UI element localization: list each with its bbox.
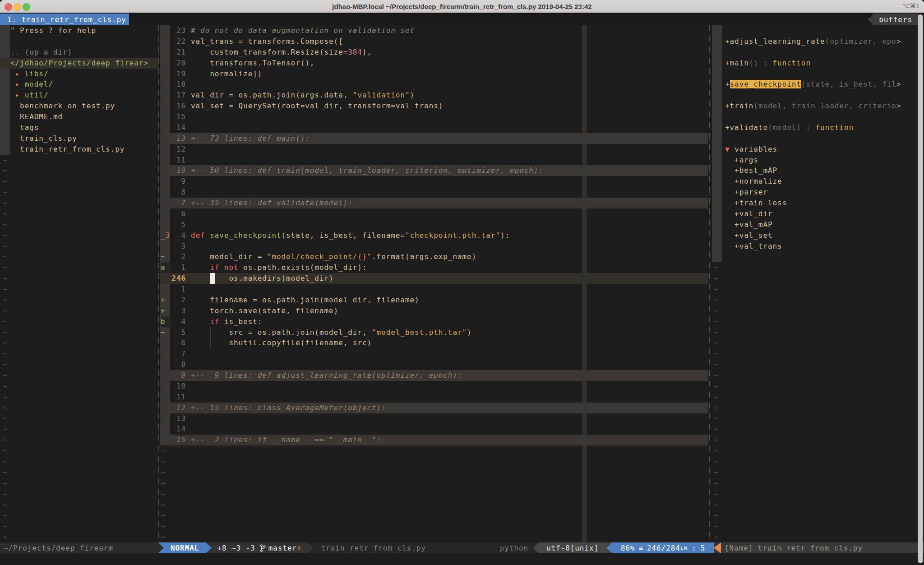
gutter-sign: _3: [161, 230, 171, 241]
code-line[interactable]: +-- 2 lines: if __name__ == "__main__":: [191, 435, 708, 445]
code-line[interactable]: def save_checkpoint(state, is_best, file…: [191, 230, 708, 241]
tree-item[interactable]: [10, 36, 158, 47]
tree-item[interactable]: ▸ model/: [10, 79, 158, 90]
code-line[interactable]: +-- 15 lines: class AverageMeter(object)…: [191, 403, 708, 413]
tag-item[interactable]: +adjust_learning_rate(optimizer, epo>: [725, 36, 924, 47]
code-line[interactable]: [191, 144, 708, 155]
code-line[interactable]: +-- 35 lines: def validate(model):: [191, 198, 708, 208]
code-line[interactable]: [191, 241, 708, 252]
tag-item[interactable]: +train(model, train_loader, criterio>: [725, 101, 924, 111]
filler-tilde: ~: [714, 413, 727, 424]
tag-item[interactable]: +main() : function: [725, 58, 924, 69]
code-line[interactable]: src = os.path.join(model_dir, "model_bes…: [191, 327, 708, 338]
scrollbar[interactable]: [918, 14, 923, 563]
code-line[interactable]: # do not do data augmentation on validat…: [191, 25, 708, 36]
code-line[interactable]: val_trans = transforms.Compose([: [191, 36, 708, 47]
code-line[interactable]: [191, 187, 708, 198]
command-line[interactable]: [0, 553, 924, 565]
window-separator[interactable]: [158, 25, 159, 542]
code-line[interactable]: [191, 208, 708, 219]
minimize-window-button[interactable]: [14, 3, 21, 11]
tag-item[interactable]: +args: [725, 155, 924, 166]
line-number: 14: [170, 122, 186, 133]
git-branch-name: master: [268, 544, 297, 552]
line-number: 13: [170, 133, 186, 144]
code-line[interactable]: transforms.ToTensor(),: [191, 58, 708, 69]
code-line[interactable]: [191, 348, 708, 359]
tag-item[interactable]: [725, 251, 924, 262]
tree-item[interactable]: .. (up a dir): [10, 47, 158, 58]
tag-section-header[interactable]: ▼ variables: [725, 144, 924, 155]
tag-item[interactable]: [725, 90, 924, 101]
text-segment: (optimizer, epo: [825, 37, 896, 46]
code-line[interactable]: +-- 73 lines: def main():: [191, 133, 708, 144]
code-line[interactable]: [191, 219, 708, 230]
tree-item[interactable]: README.md: [10, 111, 158, 122]
line-number: 18: [170, 79, 186, 90]
line-number: 13: [170, 413, 186, 424]
text-segment: +adjust_learning_rate: [725, 37, 825, 46]
tag-item[interactable]: +normalize: [725, 176, 924, 187]
code-line[interactable]: filename = os.path.join(model_dir, filen…: [191, 295, 708, 306]
code-line[interactable]: [191, 381, 708, 392]
tag-item[interactable]: [725, 69, 924, 79]
code-line[interactable]: custom_transform.Resize(size=384),: [191, 47, 708, 58]
code-line[interactable]: +-- 50 lines: def train(model, train_loa…: [191, 165, 708, 176]
code-line[interactable]: if is_best:: [191, 316, 708, 327]
line-number: 22: [170, 36, 186, 47]
buffers-label[interactable]: buffers: [873, 14, 919, 25]
code-line[interactable]: model_dir = "model/check_point/{}".forma…: [191, 251, 708, 262]
code-line[interactable]: [191, 155, 708, 166]
statusline-git: +8 ~3 -3 master ⚡: [212, 542, 307, 553]
code-line[interactable]: [191, 122, 708, 133]
code-line[interactable]: [191, 79, 708, 90]
tag-item[interactable]: [725, 111, 924, 122]
close-window-button[interactable]: [5, 3, 12, 11]
line-number: 16: [170, 101, 186, 111]
tag-item[interactable]: +val_trans: [725, 241, 924, 252]
window-separator[interactable]: [709, 25, 710, 542]
line-number: 10: [170, 165, 186, 176]
code-line[interactable]: [191, 424, 708, 435]
tag-item[interactable]: [725, 47, 924, 58]
code-line[interactable]: if not os.path.exists(model_dir):: [191, 262, 708, 273]
code-line[interactable]: torch.save(state, filename): [191, 306, 708, 316]
tag-item[interactable]: +save_checkpoint(state, is_best, fil>: [725, 79, 924, 90]
tree-item[interactable]: " Press ? for help: [10, 25, 158, 36]
text-segment: transforms.ToTensor(),: [191, 59, 314, 67]
code-line[interactable]: val_dir = os.path.join(args.data, "valid…: [191, 90, 708, 101]
code-line[interactable]: shutil.copyfile(filename, src): [191, 338, 708, 348]
zoom-window-button[interactable]: [23, 3, 30, 11]
code-line[interactable]: [191, 359, 708, 370]
code-line[interactable]: +-- 9 lines: def adjust_learning_rate(op…: [191, 370, 708, 381]
tag-item[interactable]: +val_set: [725, 230, 924, 241]
code-line[interactable]: normalize]): [191, 69, 708, 79]
text-segment: +args: [725, 156, 758, 164]
tree-item[interactable]: tags: [10, 122, 158, 133]
code-line[interactable]: val_set = QuerySet(root=val_dir, transfo…: [191, 101, 708, 111]
line-number: 12: [170, 403, 186, 413]
tree-item[interactable]: train_retr_from_cls.py: [10, 144, 158, 155]
code-line[interactable]: os.makedirs(model_dir): [191, 273, 708, 284]
tag-item[interactable]: [725, 25, 924, 36]
code-line[interactable]: [191, 111, 708, 122]
code-line[interactable]: [191, 392, 708, 403]
tag-item[interactable]: +validate(model) : function: [725, 122, 924, 133]
tree-item[interactable]: benchmark_on_test.py: [10, 101, 158, 111]
tree-item[interactable]: ▸ libs/: [10, 69, 158, 79]
code-line[interactable]: [191, 284, 708, 295]
tree-item[interactable]: </jdhao/Projects/deep_firear>: [10, 58, 158, 69]
tag-item[interactable]: [725, 133, 924, 144]
code-line[interactable]: [191, 176, 708, 187]
tag-item[interactable]: +val_dir: [725, 208, 924, 219]
tag-item[interactable]: +train_loss: [725, 198, 924, 208]
tree-item[interactable]: ▸ util/: [10, 90, 158, 101]
tag-item[interactable]: +best_mAP: [725, 165, 924, 176]
tab-current-buffer[interactable]: 1. train_retr_from_cls.py: [0, 14, 129, 25]
filler-tilde: ~: [3, 489, 16, 500]
tree-item[interactable]: train_cls.py: [10, 133, 158, 144]
tag-item[interactable]: +val_mAP: [725, 219, 924, 230]
tag-item[interactable]: +parser: [725, 187, 924, 198]
code-line[interactable]: [191, 413, 708, 424]
text-segment: function: [773, 59, 811, 67]
